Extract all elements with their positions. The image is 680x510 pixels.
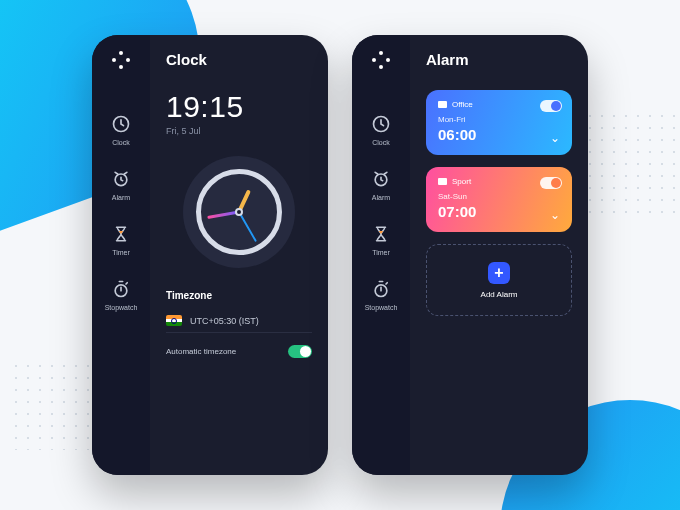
alarm-toggle[interactable] bbox=[540, 100, 562, 112]
phone-alarm: Clock Alarm Timer Stopwatch Alarm Office bbox=[352, 35, 588, 475]
app-logo-icon bbox=[112, 51, 130, 69]
timezone-row[interactable]: UTC+05:30 (IST) bbox=[166, 309, 312, 333]
add-alarm-button[interactable]: + Add Alarm bbox=[426, 244, 572, 316]
alarm-tag: Office bbox=[452, 100, 473, 109]
alarm-time: 07:00 bbox=[438, 203, 560, 220]
nav-label: Stopwatch bbox=[105, 304, 138, 311]
tag-icon bbox=[438, 178, 447, 185]
hourglass-icon bbox=[370, 223, 392, 245]
alarm-time: 06:00 bbox=[438, 126, 560, 143]
phone-clock: Clock Alarm Timer Stopwatch bbox=[92, 35, 328, 475]
alarm-tag: Sport bbox=[452, 177, 471, 186]
nav-clock[interactable]: Clock bbox=[352, 107, 410, 152]
alarm-panel: Alarm Office Mon-Fri 06:00 ⌄ Sport Sat-S… bbox=[410, 35, 588, 475]
page-title: Alarm bbox=[426, 51, 572, 68]
nav-label: Clock bbox=[112, 139, 130, 146]
alarm-toggle[interactable] bbox=[540, 177, 562, 189]
timezone-value: UTC+05:30 (IST) bbox=[190, 316, 259, 326]
nav-stopwatch[interactable]: Stopwatch bbox=[352, 272, 410, 317]
nav-label: Timer bbox=[112, 249, 130, 256]
nav-alarm[interactable]: Alarm bbox=[92, 162, 150, 207]
nav-alarm[interactable]: Alarm bbox=[352, 162, 410, 207]
alarm-card-sport[interactable]: Sport Sat-Sun 07:00 ⌄ bbox=[426, 167, 572, 232]
date-text: Fri, 5 Jul bbox=[166, 126, 312, 136]
stopwatch-icon bbox=[370, 278, 392, 300]
digital-time: 19:15 bbox=[166, 90, 312, 124]
auto-timezone-label: Automatic timezone bbox=[166, 347, 236, 356]
tag-icon bbox=[438, 101, 447, 108]
nav-label: Alarm bbox=[112, 194, 130, 201]
nav-label: Clock bbox=[372, 139, 390, 146]
india-flag-icon bbox=[166, 315, 182, 326]
plus-icon: + bbox=[488, 262, 510, 284]
stopwatch-icon bbox=[110, 278, 132, 300]
page-title: Clock bbox=[166, 51, 312, 68]
clock-icon bbox=[110, 113, 132, 135]
nav-stopwatch[interactable]: Stopwatch bbox=[92, 272, 150, 317]
nav-label: Alarm bbox=[372, 194, 390, 201]
alarm-days: Sat-Sun bbox=[438, 192, 560, 201]
analog-clock bbox=[183, 156, 295, 268]
clock-panel: Clock 19:15 Fri, 5 Jul Timezone UTC+05:3… bbox=[150, 35, 328, 475]
add-alarm-label: Add Alarm bbox=[481, 290, 518, 299]
auto-timezone-toggle[interactable] bbox=[288, 345, 312, 358]
timezone-heading: Timezone bbox=[166, 290, 312, 301]
chevron-down-icon[interactable]: ⌄ bbox=[550, 208, 560, 222]
nav-label: Timer bbox=[372, 249, 390, 256]
alarm-icon bbox=[370, 168, 392, 190]
clock-pivot bbox=[235, 208, 243, 216]
clock-icon bbox=[370, 113, 392, 135]
nav-timer[interactable]: Timer bbox=[352, 217, 410, 262]
second-hand bbox=[238, 212, 257, 242]
auto-timezone-row: Automatic timezone bbox=[166, 345, 312, 358]
nav-rail: Clock Alarm Timer Stopwatch bbox=[92, 35, 150, 475]
nav-timer[interactable]: Timer bbox=[92, 217, 150, 262]
hourglass-icon bbox=[110, 223, 132, 245]
alarm-card-office[interactable]: Office Mon-Fri 06:00 ⌄ bbox=[426, 90, 572, 155]
nav-label: Stopwatch bbox=[365, 304, 398, 311]
nav-rail: Clock Alarm Timer Stopwatch bbox=[352, 35, 410, 475]
app-logo-icon bbox=[372, 51, 390, 69]
nav-clock[interactable]: Clock bbox=[92, 107, 150, 152]
alarm-days: Mon-Fri bbox=[438, 115, 560, 124]
alarm-icon bbox=[110, 168, 132, 190]
chevron-down-icon[interactable]: ⌄ bbox=[550, 131, 560, 145]
